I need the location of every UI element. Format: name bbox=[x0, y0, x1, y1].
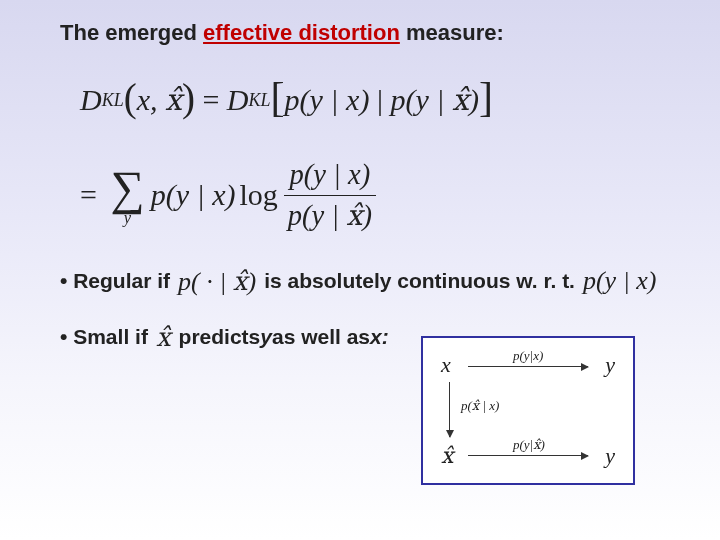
arrow-left bbox=[449, 382, 451, 437]
eq-rhs1-right: p(y | x̂) bbox=[390, 79, 478, 121]
bullet2-y: y bbox=[260, 325, 272, 349]
label-left: p(x̂ | x) bbox=[461, 398, 499, 414]
arrow-top bbox=[468, 366, 588, 368]
equation-row-1: DKL (x, x̂) = DKL [p(y | x) | p(y | x̂)] bbox=[80, 71, 670, 130]
bullet1-math2: p(y | x) bbox=[583, 266, 657, 296]
bullet1-post: is absolutely continuous w. r. t. bbox=[264, 269, 575, 293]
bullet2-x: x: bbox=[370, 325, 389, 349]
eq-lhs-sub: KL bbox=[102, 88, 124, 113]
diagram-y-bot: y bbox=[605, 443, 615, 469]
diagram-x: x bbox=[441, 352, 451, 378]
bullet2-pre: • Small if bbox=[60, 325, 148, 349]
bullet-regular: • Regular if p( · | x̂) is absolutely co… bbox=[60, 266, 670, 297]
diagram-xhat: x̂ bbox=[441, 443, 453, 469]
slide-title: The emerged effective distortion measure… bbox=[60, 20, 670, 46]
eq-lhs-arg: x, x̂ bbox=[137, 79, 182, 121]
bullet2-xhat: x̂ bbox=[156, 322, 171, 353]
eq-fraction: p(y | x) p(y | x̂) bbox=[282, 155, 378, 236]
bullet2-mid: predicts bbox=[179, 325, 261, 349]
eq-rhs1-left: p(y | x) bbox=[285, 79, 370, 121]
title-pre: The emerged bbox=[60, 20, 203, 45]
bullet1-pre: • Regular if bbox=[60, 269, 170, 293]
eq-factor: p(y | x) bbox=[151, 174, 236, 216]
eq-rhs1-sub: KL bbox=[249, 88, 271, 113]
diagram-y-top: y bbox=[605, 352, 615, 378]
bullet1-math: p( · | x̂) bbox=[178, 266, 256, 297]
equation-row-2: = ∑ y p(y | x) log p(y | x) p(y | x̂) bbox=[80, 155, 670, 236]
eq-rhs1-func: D bbox=[227, 79, 249, 121]
eq-log: log bbox=[240, 174, 278, 216]
bullet2-mid2: as well as bbox=[272, 325, 370, 349]
title-post: measure: bbox=[400, 20, 504, 45]
arrow-bottom bbox=[468, 455, 588, 457]
title-highlight: effective distortion bbox=[203, 20, 400, 45]
label-top: p(y|x) bbox=[513, 348, 543, 364]
label-bottom: p(y|x̂) bbox=[513, 437, 545, 453]
equation-block: DKL (x, x̂) = DKL [p(y | x) | p(y | x̂)]… bbox=[80, 71, 670, 236]
sum-symbol: ∑ y bbox=[110, 169, 144, 228]
eq-lhs-func: D bbox=[80, 79, 102, 121]
commutative-diagram: x y x̂ y p(y|x) p(x̂ | x) p(y|x̂) bbox=[421, 336, 635, 485]
